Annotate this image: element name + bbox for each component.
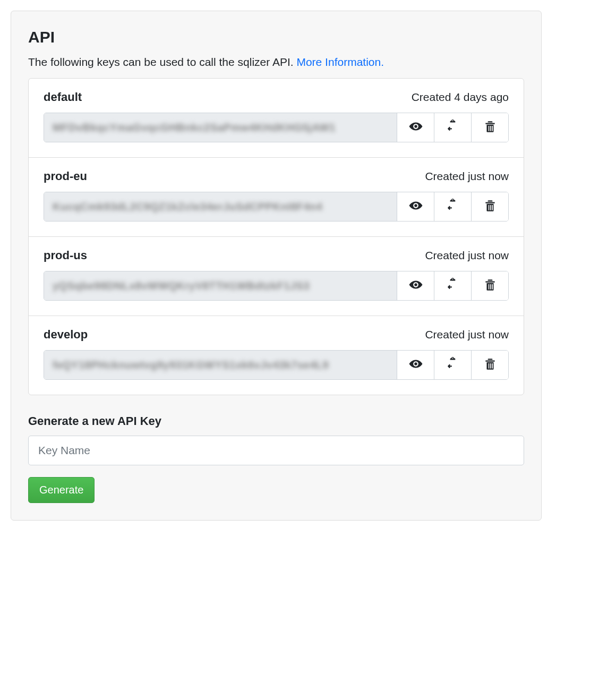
generate-section: Generate a new API Key Generate	[28, 414, 524, 503]
reveal-key-button[interactable]	[397, 271, 434, 300]
clipboard-icon	[446, 120, 460, 135]
key-row: KucqCmk93dL2C9QZ1kZcle34erJuSdCPPKnI8F4n…	[44, 192, 509, 222]
key-name: prod-eu	[44, 169, 87, 183]
panel-title: API	[28, 28, 524, 46]
key-masked-value: yQSqbe98DNLx8vWWQKryV8TTH1WBdtzkF1JS3	[53, 280, 310, 292]
clipboard-icon	[446, 357, 460, 373]
key-name-input[interactable]	[28, 436, 524, 465]
delete-key-button[interactable]	[471, 192, 508, 221]
key-name: prod-us	[44, 249, 87, 262]
eye-icon	[409, 199, 423, 215]
key-row: feQY18PHcknuwtvg9y931KGWYS1xk6vJv43k7se4…	[44, 350, 509, 380]
api-key-item: default Created 4 days ago MFDvBkqcYmaGv…	[29, 79, 524, 157]
eye-icon	[409, 120, 423, 135]
key-created: Created just now	[425, 249, 509, 262]
key-value-field: yQSqbe98DNLx8vWWQKryV8TTH1WBdtzkF1JS3	[44, 271, 397, 300]
api-panel: API The following keys can be used to ca…	[11, 11, 542, 521]
key-value-field: MFDvBkqcYmaGvqcGHBnkc2SaPmw4KHdKHG5jAW1	[44, 113, 397, 142]
reveal-key-button[interactable]	[397, 192, 434, 221]
key-header: prod-us Created just now	[44, 249, 509, 262]
generate-heading: Generate a new API Key	[28, 414, 524, 428]
key-masked-value: feQY18PHcknuwtvg9y931KGWYS1xk6vJv43k7se4…	[53, 359, 329, 371]
reveal-key-button[interactable]	[397, 351, 434, 379]
api-key-item: develop Created just now feQY18PHcknuwtv…	[29, 316, 524, 395]
delete-key-button[interactable]	[471, 271, 508, 300]
api-key-item: prod-eu Created just now KucqCmk93dL2C9Q…	[29, 157, 524, 236]
key-row: MFDvBkqcYmaGvqcGHBnkc2SaPmw4KHdKHG5jAW1	[44, 113, 509, 142]
key-name: develop	[44, 328, 88, 342]
key-masked-value: KucqCmk93dL2C9QZ1kZcle34erJuSdCPPKnI8F4n…	[53, 201, 322, 213]
key-row: yQSqbe98DNLx8vWWQKryV8TTH1WBdtzkF1JS3	[44, 271, 509, 301]
trash-icon	[483, 199, 497, 215]
eye-icon	[409, 278, 423, 294]
copy-key-button[interactable]	[434, 351, 471, 379]
api-key-list: default Created 4 days ago MFDvBkqcYmaGv…	[28, 78, 524, 395]
clipboard-icon	[446, 278, 460, 294]
panel-description-text: The following keys can be used to call t…	[28, 56, 296, 68]
more-info-link[interactable]: More Information.	[296, 56, 384, 68]
delete-key-button[interactable]	[471, 113, 508, 142]
trash-icon	[483, 278, 497, 294]
key-created: Created just now	[425, 170, 509, 183]
generate-button[interactable]: Generate	[28, 477, 95, 503]
trash-icon	[483, 120, 497, 135]
key-header: default Created 4 days ago	[44, 90, 509, 104]
api-key-item: prod-us Created just now yQSqbe98DNLx8vW…	[29, 236, 524, 316]
key-header: develop Created just now	[44, 328, 509, 342]
key-name: default	[44, 90, 82, 104]
key-masked-value: MFDvBkqcYmaGvqcGHBnkc2SaPmw4KHdKHG5jAW1	[53, 122, 336, 134]
copy-key-button[interactable]	[434, 113, 471, 142]
delete-key-button[interactable]	[471, 351, 508, 379]
clipboard-icon	[446, 199, 460, 215]
eye-icon	[409, 357, 423, 373]
key-value-field: feQY18PHcknuwtvg9y931KGWYS1xk6vJv43k7se4…	[44, 351, 397, 379]
reveal-key-button[interactable]	[397, 113, 434, 142]
trash-icon	[483, 357, 497, 373]
key-value-field: KucqCmk93dL2C9QZ1kZcle34erJuSdCPPKnI8F4n…	[44, 192, 397, 221]
panel-description: The following keys can be used to call t…	[28, 56, 524, 69]
key-header: prod-eu Created just now	[44, 169, 509, 183]
copy-key-button[interactable]	[434, 192, 471, 221]
key-created: Created just now	[425, 328, 509, 341]
copy-key-button[interactable]	[434, 271, 471, 300]
key-created: Created 4 days ago	[412, 91, 509, 104]
